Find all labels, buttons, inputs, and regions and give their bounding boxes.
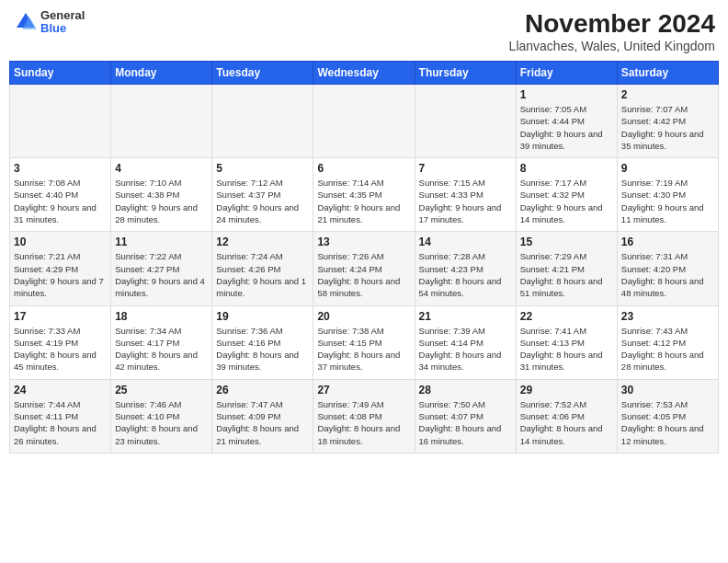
day-number: 28 (419, 384, 512, 396)
day-number: 6 (317, 162, 410, 175)
table-row: 9Sunrise: 7:19 AM Sunset: 4:30 PM Daylig… (617, 158, 718, 232)
col-wednesday: Wednesday (313, 62, 415, 85)
table-row (10, 85, 111, 158)
col-sunday: Sunday (10, 62, 111, 85)
logo-icon (13, 9, 39, 35)
table-row: 4Sunrise: 7:10 AM Sunset: 4:38 PM Daylig… (111, 158, 212, 232)
table-row: 3Sunrise: 7:08 AM Sunset: 4:40 PM Daylig… (10, 158, 111, 232)
day-number: 19 (216, 310, 309, 323)
table-row: 23Sunrise: 7:43 AM Sunset: 4:12 PM Dayli… (617, 305, 718, 379)
table-row: 14Sunrise: 7:28 AM Sunset: 4:23 PM Dayli… (415, 232, 516, 305)
month-year-title: November 2024 (509, 9, 715, 39)
table-row: 26Sunrise: 7:47 AM Sunset: 4:09 PM Dayli… (212, 379, 313, 453)
day-number: 14 (419, 236, 512, 248)
calendar-week-row: 10Sunrise: 7:21 AM Sunset: 4:29 PM Dayli… (10, 232, 719, 305)
day-info: Sunrise: 7:10 AM Sunset: 4:38 PM Dayligh… (115, 177, 208, 225)
location-subtitle: Llanvaches, Wales, United Kingdom (509, 39, 715, 53)
day-info: Sunrise: 7:15 AM Sunset: 4:33 PM Dayligh… (419, 177, 512, 225)
day-number: 24 (14, 384, 107, 396)
table-row: 17Sunrise: 7:33 AM Sunset: 4:19 PM Dayli… (10, 305, 111, 379)
day-info: Sunrise: 7:29 AM Sunset: 4:21 PM Dayligh… (520, 250, 613, 299)
col-thursday: Thursday (415, 62, 516, 85)
table-row: 5Sunrise: 7:12 AM Sunset: 4:37 PM Daylig… (212, 158, 313, 232)
day-info: Sunrise: 7:22 AM Sunset: 4:27 PM Dayligh… (115, 250, 208, 299)
day-number: 4 (115, 162, 208, 175)
day-info: Sunrise: 7:41 AM Sunset: 4:13 PM Dayligh… (520, 325, 613, 373)
day-number: 11 (115, 236, 208, 248)
title-area: November 2024 Llanvaches, Wales, United … (509, 9, 715, 53)
table-row (313, 85, 415, 158)
day-number: 30 (621, 384, 714, 396)
day-number: 20 (317, 310, 410, 323)
logo-general-text: General (40, 9, 85, 22)
day-info: Sunrise: 7:43 AM Sunset: 4:12 PM Dayligh… (621, 325, 714, 373)
calendar-table: Sunday Monday Tuesday Wednesday Thursday… (9, 61, 719, 454)
day-info: Sunrise: 7:34 AM Sunset: 4:17 PM Dayligh… (115, 325, 208, 373)
table-row: 10Sunrise: 7:21 AM Sunset: 4:29 PM Dayli… (10, 232, 111, 305)
calendar-week-row: 3Sunrise: 7:08 AM Sunset: 4:40 PM Daylig… (10, 158, 719, 232)
day-info: Sunrise: 7:12 AM Sunset: 4:37 PM Dayligh… (216, 177, 309, 225)
table-row: 15Sunrise: 7:29 AM Sunset: 4:21 PM Dayli… (516, 232, 617, 305)
day-info: Sunrise: 7:21 AM Sunset: 4:29 PM Dayligh… (14, 250, 107, 299)
table-row: 18Sunrise: 7:34 AM Sunset: 4:17 PM Dayli… (111, 305, 212, 379)
col-tuesday: Tuesday (212, 62, 313, 85)
day-info: Sunrise: 7:14 AM Sunset: 4:35 PM Dayligh… (317, 177, 410, 225)
day-info: Sunrise: 7:08 AM Sunset: 4:40 PM Dayligh… (14, 177, 107, 225)
day-info: Sunrise: 7:53 AM Sunset: 4:05 PM Dayligh… (621, 398, 714, 447)
day-number: 3 (14, 162, 107, 175)
day-number: 12 (216, 236, 309, 248)
col-saturday: Saturday (617, 62, 718, 85)
table-row: 16Sunrise: 7:31 AM Sunset: 4:20 PM Dayli… (617, 232, 718, 305)
day-number: 17 (14, 310, 107, 323)
calendar-header-row: Sunday Monday Tuesday Wednesday Thursday… (10, 62, 719, 85)
day-info: Sunrise: 7:39 AM Sunset: 4:14 PM Dayligh… (419, 325, 512, 373)
day-info: Sunrise: 7:26 AM Sunset: 4:24 PM Dayligh… (317, 250, 410, 299)
table-row: 13Sunrise: 7:26 AM Sunset: 4:24 PM Dayli… (313, 232, 415, 305)
day-info: Sunrise: 7:24 AM Sunset: 4:26 PM Dayligh… (216, 250, 309, 299)
day-info: Sunrise: 7:28 AM Sunset: 4:23 PM Dayligh… (419, 250, 512, 299)
day-info: Sunrise: 7:49 AM Sunset: 4:08 PM Dayligh… (317, 398, 410, 447)
table-row: 7Sunrise: 7:15 AM Sunset: 4:33 PM Daylig… (415, 158, 516, 232)
day-number: 18 (115, 310, 208, 323)
day-info: Sunrise: 7:47 AM Sunset: 4:09 PM Dayligh… (216, 398, 309, 447)
day-number: 5 (216, 162, 309, 175)
day-info: Sunrise: 7:50 AM Sunset: 4:07 PM Dayligh… (419, 398, 512, 447)
day-info: Sunrise: 7:19 AM Sunset: 4:30 PM Dayligh… (621, 177, 714, 225)
table-row: 6Sunrise: 7:14 AM Sunset: 4:35 PM Daylig… (313, 158, 415, 232)
col-friday: Friday (516, 62, 617, 85)
day-number: 9 (621, 162, 714, 175)
day-number: 13 (317, 236, 410, 248)
day-number: 22 (520, 310, 613, 323)
day-number: 27 (317, 384, 410, 396)
table-row: 11Sunrise: 7:22 AM Sunset: 4:27 PM Dayli… (111, 232, 212, 305)
table-row (415, 85, 516, 158)
logo-blue-text: Blue (40, 22, 85, 35)
day-number: 29 (520, 384, 613, 396)
table-row: 8Sunrise: 7:17 AM Sunset: 4:32 PM Daylig… (516, 158, 617, 232)
header: General Blue November 2024 Llanvaches, W… (9, 9, 719, 53)
day-number: 7 (419, 162, 512, 175)
day-info: Sunrise: 7:07 AM Sunset: 4:42 PM Dayligh… (621, 103, 714, 152)
day-number: 21 (419, 310, 512, 323)
day-info: Sunrise: 7:38 AM Sunset: 4:15 PM Dayligh… (317, 325, 410, 373)
table-row (111, 85, 212, 158)
table-row: 1Sunrise: 7:05 AM Sunset: 4:44 PM Daylig… (516, 85, 617, 158)
table-row: 28Sunrise: 7:50 AM Sunset: 4:07 PM Dayli… (415, 379, 516, 453)
day-number: 8 (520, 162, 613, 175)
day-number: 2 (621, 88, 714, 101)
table-row: 24Sunrise: 7:44 AM Sunset: 4:11 PM Dayli… (10, 379, 111, 453)
table-row: 22Sunrise: 7:41 AM Sunset: 4:13 PM Dayli… (516, 305, 617, 379)
day-info: Sunrise: 7:17 AM Sunset: 4:32 PM Dayligh… (520, 177, 613, 225)
table-row: 12Sunrise: 7:24 AM Sunset: 4:26 PM Dayli… (212, 232, 313, 305)
logo: General Blue (13, 9, 85, 36)
day-number: 25 (115, 384, 208, 396)
day-info: Sunrise: 7:33 AM Sunset: 4:19 PM Dayligh… (14, 325, 107, 373)
table-row (212, 85, 313, 158)
day-number: 1 (520, 88, 613, 101)
day-number: 16 (621, 236, 714, 248)
day-info: Sunrise: 7:44 AM Sunset: 4:11 PM Dayligh… (14, 398, 107, 447)
calendar-week-row: 1Sunrise: 7:05 AM Sunset: 4:44 PM Daylig… (10, 85, 719, 158)
col-monday: Monday (111, 62, 212, 85)
table-row: 27Sunrise: 7:49 AM Sunset: 4:08 PM Dayli… (313, 379, 415, 453)
table-row: 29Sunrise: 7:52 AM Sunset: 4:06 PM Dayli… (516, 379, 617, 453)
